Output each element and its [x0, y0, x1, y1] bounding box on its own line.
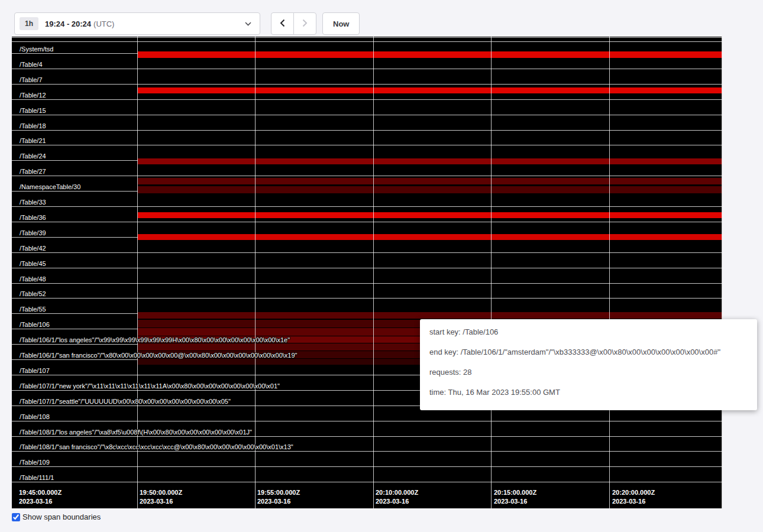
x-axis-time: 20:20:00.000Z: [612, 488, 655, 497]
span-boundary-line: [12, 451, 722, 452]
tooltip-line: end key: /Table/106/1/"amsterdam"/"\xb33…: [429, 346, 748, 358]
range-value: 19:24 - 20:24: [45, 20, 91, 28]
range-timezone: (UTC): [93, 20, 114, 28]
key-visualizer-canvas[interactable]: /System/tsd/Table/4/Table/7/Table/12/Tab…: [12, 37, 722, 508]
row-label: /Table/12: [20, 92, 46, 99]
span-boundary-line: [12, 268, 722, 268]
row-label: /Table/106/1/"san francisco"/"\x80\x00\x…: [20, 352, 298, 359]
x-axis-time: 20:15:00.000Z: [494, 488, 536, 497]
time-gridline: [609, 37, 610, 508]
row-label: /System/tsd: [20, 46, 53, 53]
span-boundary-line: [12, 283, 722, 284]
x-axis-time: 20:10:00.000Z: [376, 488, 418, 497]
span-boundary-line: [12, 115, 722, 115]
span-boundary-line: [12, 37, 722, 38]
x-axis-label: 20:15:00.000Z2023-03-16: [494, 488, 536, 506]
span-boundary-line: [12, 176, 722, 176]
span-boundary-line: [12, 436, 722, 437]
row-label: /NamespaceTable/30: [20, 183, 80, 190]
span-boundary-line: [12, 298, 722, 299]
span-boundary-line: [12, 222, 722, 222]
heat-band[interactable]: [138, 312, 722, 319]
row-label: /Table/109: [20, 459, 50, 466]
time-gridline: [722, 37, 722, 508]
time-gridline: [255, 37, 256, 508]
row-label: /Table/4: [20, 61, 43, 68]
tooltip-line: time: Thu, 16 Mar 2023 19:55:00 GMT: [429, 387, 748, 398]
span-boundary-line: [12, 421, 722, 421]
span-boundary-line: [12, 466, 722, 467]
range-text: 19:24 - 20:24(UTC): [45, 20, 114, 28]
hover-tooltip: start key: /Table/106end key: /Table/106…: [420, 319, 757, 410]
range-duration-badge: 1h: [20, 17, 38, 30]
tooltip-line: start key: /Table/106: [429, 326, 748, 338]
heat-band[interactable]: [138, 234, 722, 240]
row-label: /Table/39: [20, 229, 46, 236]
row-label: /Table/45: [20, 260, 46, 267]
show-span-boundaries-checkbox[interactable]: [12, 513, 20, 521]
row-label: /Table/108/1/"san francisco"/"\x8c\xcc\x…: [20, 443, 293, 450]
x-axis-date: 2023-03-16: [140, 497, 182, 506]
x-axis-time: 19:55:00.000Z: [257, 488, 300, 497]
row-label: /Table/21: [20, 137, 46, 144]
span-boundary-line: [12, 252, 722, 253]
x-axis-label: 19:45:00.000Z2023-03-16: [19, 488, 62, 506]
x-axis-label: 20:10:00.000Z2023-03-16: [376, 488, 418, 506]
heat-band[interactable]: [138, 212, 722, 218]
row-label: /Table/106: [20, 321, 50, 328]
row-label: /Table/52: [20, 290, 46, 297]
heat-band[interactable]: [138, 158, 722, 164]
now-button[interactable]: Now: [322, 12, 360, 35]
heat-band[interactable]: [138, 51, 722, 58]
span-boundary-line: [12, 69, 722, 69]
row-label: /Table/107/1/"new york"/"\x11\x11\x11\x1…: [20, 382, 280, 390]
row-label: /Table/107/1/"seattle"/"UUUUUUD\x00\x80\…: [20, 398, 231, 405]
footer: Show span boundaries: [12, 512, 101, 521]
row-label: /Table/27: [20, 168, 46, 175]
heat-band[interactable]: [138, 178, 722, 184]
time-gridline: [373, 37, 374, 508]
x-axis-label: 19:50:00.000Z2023-03-16: [140, 488, 182, 506]
span-boundary-line: [12, 84, 722, 85]
row-label: /Table/48: [20, 275, 46, 283]
show-span-boundaries-label: Show span boundaries: [22, 512, 101, 521]
row-label: /Table/107: [20, 367, 50, 374]
time-gridline: [491, 37, 492, 508]
span-boundary-line: [12, 482, 722, 482]
x-axis-date: 2023-03-16: [612, 497, 655, 506]
heat-band[interactable]: [138, 186, 722, 193]
span-boundary-line: [12, 145, 722, 145]
prev-range-button[interactable]: [271, 12, 294, 35]
time-range-dropdown[interactable]: 1h 19:24 - 20:24(UTC): [14, 12, 260, 35]
next-range-button[interactable]: [293, 12, 316, 35]
x-axis-label: 20:20:00.000Z2023-03-16: [612, 488, 655, 506]
tooltip-line: requests: 28: [429, 366, 748, 378]
x-axis-time: 19:50:00.000Z: [140, 488, 182, 497]
heat-band[interactable]: [138, 87, 722, 93]
chevron-left-icon: [280, 19, 285, 29]
row-label: /Table/108: [20, 413, 50, 420]
row-label: /Table/42: [20, 245, 46, 252]
x-axis-date: 2023-03-16: [257, 497, 300, 506]
row-label: /Table/7: [20, 76, 43, 83]
x-axis-date: 2023-03-16: [494, 497, 536, 506]
row-label: /Table/106/1/"los angeles"/"\x99\x99\x99…: [20, 336, 290, 343]
span-boundary-line: [12, 130, 722, 131]
span-boundary-line: [12, 206, 722, 207]
x-axis-date: 2023-03-16: [376, 497, 418, 506]
row-label: /Table/24: [20, 153, 46, 160]
chevron-right-icon: [302, 19, 308, 29]
row-label: /Table/108/1/"los angeles"/"\xa8\xf5\u00…: [20, 429, 252, 436]
row-label: /Table/55: [20, 306, 46, 313]
row-label: /Table/18: [20, 122, 46, 129]
span-boundary-line: [12, 99, 722, 100]
range-nav-buttons: [271, 12, 316, 35]
chevron-down-icon: [245, 22, 251, 26]
x-axis-time: 19:45:00.000Z: [19, 488, 62, 497]
row-label: /Table/36: [20, 214, 46, 221]
row-label: /Table/111/1: [20, 474, 54, 481]
x-axis-date: 2023-03-16: [19, 497, 62, 506]
span-boundary-line: [12, 41, 722, 42]
x-axis-label: 19:55:00.000Z2023-03-16: [257, 488, 300, 506]
row-label: /Table/15: [20, 107, 46, 114]
